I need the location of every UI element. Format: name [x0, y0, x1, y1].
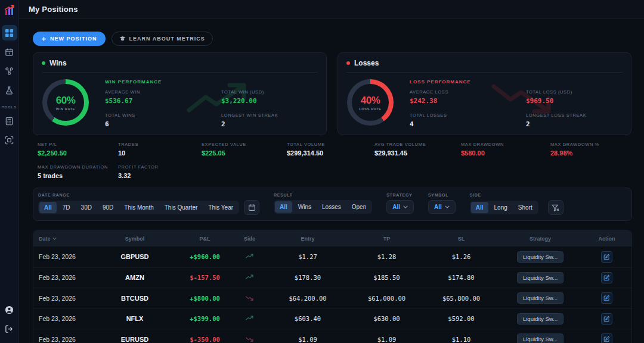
- cell-symbol: NFLX: [93, 315, 177, 322]
- table-row-amzn: Feb 23, 2026AMZN$-157.50$178.30$185.50$1…: [33, 267, 631, 288]
- cell-strategy: Liquidity Sw...: [499, 272, 582, 283]
- cell-entry: $603.40: [266, 315, 349, 322]
- cell-entry: $1.09: [266, 336, 349, 343]
- column-header-strategy[interactable]: Strategy: [499, 236, 582, 242]
- sidebar-item-calculator[interactable]: [2, 113, 17, 129]
- edit-position-button[interactable]: [601, 292, 612, 304]
- summary-stat: MAX DRAWDOWN DURATION5 trades: [38, 164, 118, 179]
- cell-date: Feb 23, 2026: [33, 253, 93, 260]
- column-header-tp[interactable]: TP: [349, 236, 424, 242]
- summary-stat: TRADES10: [118, 142, 202, 157]
- date-range-option-this-year[interactable]: This Year: [203, 202, 238, 213]
- result-option-open[interactable]: Open: [347, 201, 371, 213]
- sidebar-item-calendar[interactable]: [2, 44, 17, 60]
- edit-position-button[interactable]: [601, 272, 612, 283]
- side-option-long[interactable]: Long: [490, 202, 512, 213]
- trend-up-icon: [245, 254, 254, 259]
- edit-position-button[interactable]: [601, 333, 612, 343]
- symbol-select[interactable]: All: [428, 200, 456, 214]
- summary-stat: TOTAL VOLUME$299,314.50: [287, 142, 374, 157]
- custom-date-button[interactable]: [244, 200, 259, 215]
- top-header-bar: My Positions: [19, 0, 644, 19]
- edit-position-button[interactable]: [601, 313, 612, 325]
- loss-rate-label: LOSS RATE: [359, 107, 381, 111]
- total-win-usd-stat: TOTAL WIN (USD) $3,220.00: [221, 89, 278, 105]
- strategy-badge[interactable]: Liquidity Sw...: [517, 272, 564, 283]
- sidebar-item-dashboard[interactable]: [2, 25, 17, 40]
- date-range-option-this-month[interactable]: This Month: [119, 202, 158, 213]
- cell-side-long: [233, 274, 266, 281]
- date-range-option-90d[interactable]: 90D: [98, 202, 118, 213]
- cell-action: [582, 313, 631, 325]
- longest-win-streak-stat: LONGEST WIN STREAK 2: [221, 113, 278, 128]
- column-header-entry[interactable]: Entry: [266, 236, 349, 242]
- strategy-badge[interactable]: Liquidity Sw...: [517, 333, 564, 343]
- side-label: SIDE: [470, 193, 564, 197]
- cell-symbol: EURUSD: [93, 336, 177, 343]
- strategy-badge[interactable]: Liquidity Sw...: [517, 292, 564, 304]
- column-header-side[interactable]: Side: [233, 236, 266, 242]
- win-rate-value: 60%: [56, 95, 76, 107]
- cell-tp: $1.09: [349, 336, 424, 343]
- positions-table: DateSymbolP&LSideEntryTPSLStrategyAction…: [33, 230, 632, 343]
- strategy-badge[interactable]: Liquidity Sw...: [517, 313, 564, 325]
- sort-chevron-icon: [52, 237, 57, 240]
- column-header-date[interactable]: Date: [33, 236, 93, 242]
- column-header-symbol[interactable]: Symbol: [93, 236, 177, 242]
- summary-stats: NET P/L$2,250.50TRADES10EXPECTED VALUE$2…: [33, 142, 632, 179]
- learn-metrics-button[interactable]: LEARN ABOUT METRICS: [112, 32, 213, 46]
- cell-side-short: [233, 336, 266, 343]
- side-option-short[interactable]: Short: [513, 202, 537, 213]
- cell-sl: $1.10: [424, 336, 499, 343]
- cell-symbol: AMZN: [93, 274, 177, 281]
- sidebar-item-strategies[interactable]: [2, 63, 17, 79]
- clear-filters-button[interactable]: [548, 200, 564, 215]
- trend-up-icon: [245, 275, 254, 280]
- total-wins-stat: TOTAL WINS 6: [105, 113, 221, 128]
- calendar-icon: [5, 48, 14, 57]
- filters-bar: DATE RANGE All7D30D90DThis MonthThis Qua…: [33, 188, 632, 221]
- sidebar-item-screenshot[interactable]: [2, 132, 17, 148]
- edit-position-button[interactable]: [601, 251, 612, 263]
- strategy-select[interactable]: All: [386, 200, 414, 214]
- result-option-all[interactable]: All: [275, 201, 292, 213]
- column-header-sl[interactable]: SL: [424, 236, 499, 242]
- sidebar-tools-label: TOOLS: [2, 105, 17, 109]
- cell-strategy: Liquidity Sw...: [499, 333, 582, 343]
- column-header-pl[interactable]: P&L: [177, 236, 233, 242]
- loss-rate-gauge: 40% LOSS RATE: [347, 79, 394, 126]
- new-position-button[interactable]: NEW POSITION: [33, 32, 106, 46]
- frame-icon: [5, 136, 14, 145]
- date-range-option-7d[interactable]: 7D: [58, 202, 75, 213]
- sidebar-item-account[interactable]: [2, 302, 17, 317]
- strategy-badge[interactable]: Liquidity Sw...: [517, 251, 564, 263]
- side-option-all[interactable]: All: [471, 202, 488, 213]
- table-row-nflx: Feb 23, 2026NFLX+$399.00$603.40$630.00$5…: [33, 308, 631, 329]
- plus-icon: [41, 36, 47, 42]
- result-option-wins[interactable]: Wins: [293, 201, 316, 213]
- chevron-down-icon: [445, 205, 450, 208]
- date-range-label: DATE RANGE: [38, 193, 259, 197]
- summary-stat: MAX DRAWDOWN %28.98%: [550, 142, 632, 157]
- date-range-option-30d[interactable]: 30D: [76, 202, 97, 213]
- losses-dot-icon: [346, 61, 350, 65]
- strategy-filter: STRATEGY All: [386, 193, 414, 214]
- chevron-down-icon: [403, 205, 408, 208]
- edit-icon: [603, 316, 610, 322]
- cell-tp: $61,000.00: [349, 295, 424, 302]
- sidebar-item-logout[interactable]: [2, 321, 17, 336]
- dashboard-grid-icon: [5, 29, 14, 38]
- result-label: RESULT: [274, 193, 372, 197]
- cell-pnl: +$800.00: [177, 295, 233, 302]
- date-range-option-this-quarter[interactable]: This Quarter: [160, 202, 203, 213]
- date-range-option-all[interactable]: All: [39, 202, 57, 213]
- cell-strategy: Liquidity Sw...: [499, 251, 582, 263]
- cell-tp: $1.28: [349, 253, 424, 260]
- result-option-losses[interactable]: Losses: [317, 201, 346, 213]
- table-row-eurusd: Feb 23, 2026EURUSD$-350.00$1.09$1.09$1.1…: [33, 329, 631, 343]
- loss-performance-title: LOSS PERFORMANCE: [410, 79, 526, 85]
- sidebar-item-lab[interactable]: [2, 82, 17, 98]
- trend-down-icon: [245, 295, 254, 301]
- cell-tp: $185.50: [349, 274, 424, 281]
- column-header-action[interactable]: Action: [582, 236, 631, 242]
